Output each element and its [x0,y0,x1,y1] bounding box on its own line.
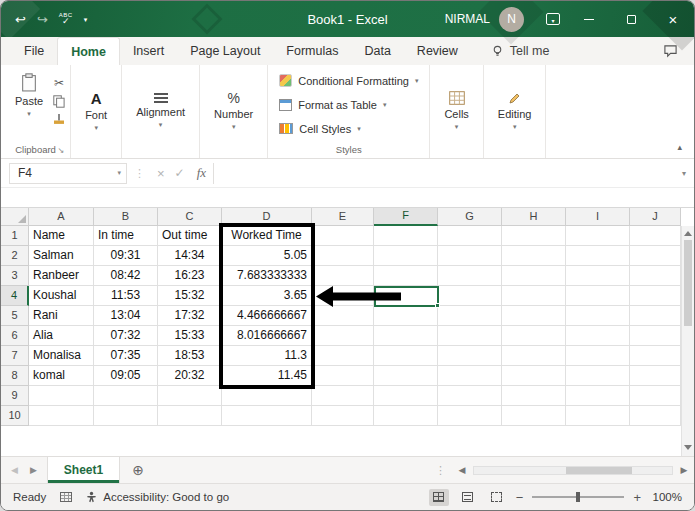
sheet-nav-left-icon[interactable]: ◀ [11,465,18,475]
cell-F3[interactable] [374,266,438,286]
cell-H8[interactable] [502,366,566,386]
cell-F6[interactable] [374,326,438,346]
font-button[interactable]: A Font ▾ [76,68,116,158]
cell-F5[interactable] [374,306,438,326]
copy-icon[interactable] [53,95,65,108]
scroll-left-icon[interactable]: ◀ [455,465,469,475]
column-header-A[interactable]: A [29,208,94,226]
paste-button[interactable]: Paste ▾ [6,68,52,122]
cell-I7[interactable] [566,346,630,366]
column-header-B[interactable]: B [94,208,158,226]
vertical-scroll-thumb[interactable] [684,240,692,326]
zoom-slider-thumb[interactable] [576,492,580,502]
zoom-in-icon[interactable]: + [633,491,641,504]
cell-A4[interactable]: Koushal [29,286,94,306]
cell-E6[interactable] [312,326,374,346]
row-header-10[interactable]: 10 [1,406,29,426]
qat-customize-chevron-icon[interactable]: ▾ [84,16,88,23]
tab-page-layout[interactable]: Page Layout [177,37,273,65]
tab-formulas[interactable]: Formulas [273,37,351,65]
accessibility-status[interactable]: Accessibility: Good to go [86,491,229,503]
cell-B8[interactable]: 09:05 [94,366,158,386]
cell-C1[interactable]: Out time [158,226,222,246]
cell-G2[interactable] [438,246,502,266]
cell-D6[interactable]: 8.016666667 [222,326,312,346]
horizontal-scroll-track[interactable] [473,466,673,475]
redo-icon[interactable]: ↪ [37,13,48,26]
cell-I5[interactable] [566,306,630,326]
cell-E9[interactable] [312,386,374,406]
cell-I8[interactable] [566,366,630,386]
column-header-C[interactable]: C [158,208,222,226]
cell-C6[interactable]: 15:33 [158,326,222,346]
cell-J9[interactable] [630,386,681,406]
cell-F9[interactable] [374,386,438,406]
column-header-G[interactable]: G [438,208,502,226]
avatar[interactable]: N [499,7,524,32]
cell-B3[interactable]: 08:42 [94,266,158,286]
cell-I9[interactable] [566,386,630,406]
scroll-right-icon[interactable]: ▶ [677,465,691,475]
cell-D5[interactable]: 4.466666667 [222,306,312,326]
column-header-I[interactable]: I [566,208,630,226]
cell-D7[interactable]: 11.3 [222,346,312,366]
row-header-9[interactable]: 9 [1,386,29,406]
sheet-tab-sheet1[interactable]: Sheet1 [47,457,120,483]
cell-F1[interactable] [374,226,438,246]
cell-J8[interactable] [630,366,681,386]
cell-E3[interactable] [312,266,374,286]
cell-D3[interactable]: 7.683333333 [222,266,312,286]
format-as-table-button[interactable]: Format as Table ▾ [273,93,424,117]
cell-F4[interactable] [374,286,438,306]
cell-E10[interactable] [312,406,374,426]
undo-icon[interactable]: ↩ [15,13,26,26]
cell-G8[interactable] [438,366,502,386]
cell-H7[interactable] [502,346,566,366]
zoom-out-icon[interactable]: − [516,491,524,504]
cells-button[interactable]: Cells ▾ [435,68,477,158]
cell-C5[interactable]: 17:32 [158,306,222,326]
maximize-button[interactable] [610,1,652,37]
cell-F7[interactable] [374,346,438,366]
column-header-E[interactable]: E [312,208,374,226]
normal-view-button[interactable] [429,489,449,506]
cell-A7[interactable]: Monalisa [29,346,94,366]
cell-I6[interactable] [566,326,630,346]
cell-D10[interactable] [222,406,312,426]
cell-J10[interactable] [630,406,681,426]
number-button[interactable]: % Number ▾ [205,68,262,158]
cell-C3[interactable]: 16:23 [158,266,222,286]
cell-J1[interactable] [630,226,681,246]
scroll-down-icon[interactable] [684,445,692,450]
page-break-view-button[interactable] [487,489,507,506]
cell-E7[interactable] [312,346,374,366]
cell-E5[interactable] [312,306,374,326]
cell-G3[interactable] [438,266,502,286]
cell-C10[interactable] [158,406,222,426]
tab-file[interactable]: File [11,37,57,65]
scrollbar-splitter-icon[interactable]: ⋮ [435,464,446,477]
cell-J3[interactable] [630,266,681,286]
alignment-button[interactable]: Alignment ▾ [127,68,194,158]
cell-B7[interactable]: 07:35 [94,346,158,366]
page-layout-view-button[interactable] [458,489,478,506]
cell-H10[interactable] [502,406,566,426]
dialog-launcher-icon[interactable]: ↘ [57,146,64,155]
collapse-ribbon-icon[interactable]: ▴ [677,142,682,152]
cell-G4[interactable] [438,286,502,306]
formula-bar-handle[interactable]: ⋮ [134,167,145,180]
minimize-button[interactable] [568,1,610,37]
column-header-F[interactable]: F [374,208,438,226]
row-header-2[interactable]: 2 [1,246,29,266]
row-header-8[interactable]: 8 [1,366,29,386]
cell-H2[interactable] [502,246,566,266]
column-header-D[interactable]: D [222,208,312,226]
cell-D8[interactable]: 11.45 [222,366,312,386]
row-header-5[interactable]: 5 [1,306,29,326]
tab-insert[interactable]: Insert [120,37,177,65]
cell-A1[interactable]: Name [29,226,94,246]
cell-D4[interactable]: 3.65 [222,286,312,306]
cell-E4[interactable] [312,286,374,306]
cancel-icon[interactable]: × [157,166,165,181]
horizontal-scroll-thumb[interactable] [566,467,632,474]
